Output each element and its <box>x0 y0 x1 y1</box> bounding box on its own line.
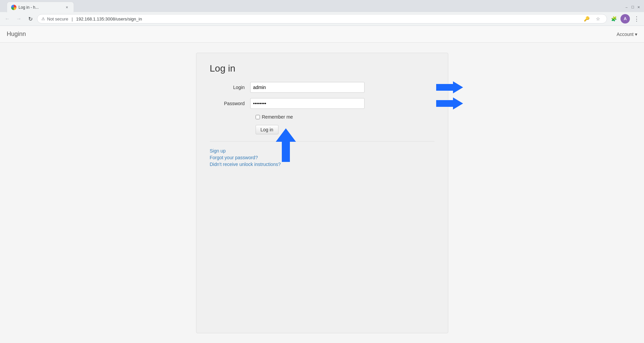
remember-me-checkbox[interactable] <box>256 115 260 119</box>
browser-chrome: Log in - h... × – ☐ ✕ ← → ↻ ⚠ Not secure… <box>0 0 644 26</box>
login-arrow-annotation <box>436 81 463 93</box>
tab-close-button[interactable]: × <box>64 5 70 10</box>
forgot-password-link[interactable]: Forgot your password? <box>210 155 434 160</box>
sign-up-link[interactable]: Sign up <box>210 148 434 154</box>
login-button[interactable]: Log in <box>256 125 278 134</box>
login-input[interactable] <box>250 82 365 93</box>
active-tab[interactable]: Log in - h... × <box>7 2 74 12</box>
forward-button[interactable]: → <box>14 14 24 24</box>
auth-links: Sign up Forgot your password? Didn't rec… <box>210 148 434 167</box>
svg-marker-0 <box>436 81 463 93</box>
back-button[interactable]: ← <box>3 14 12 24</box>
account-label: Account <box>616 32 634 37</box>
account-dropdown-icon: ▾ <box>635 32 637 37</box>
address-bar-row: ← → ↻ ⚠ Not secure | 192.168.1.135:3008/… <box>0 12 644 26</box>
app-brand[interactable]: Huginn <box>7 31 26 38</box>
login-card: Log in Login Password Remember me Lo <box>196 53 448 333</box>
key-icon: 🔑 <box>582 14 591 24</box>
password-arrow-annotation <box>436 97 463 110</box>
login-title: Log in <box>210 63 434 74</box>
app-navbar: Huginn Account ▾ <box>0 26 644 43</box>
url-separator: | <box>72 16 73 22</box>
not-secure-label: Not secure <box>47 16 68 22</box>
close-button[interactable]: ✕ <box>636 4 641 10</box>
unlock-instructions-link[interactable]: Didn't receive unlock instructions? <box>210 162 434 167</box>
password-form-group: Password <box>210 98 434 109</box>
password-label: Password <box>210 101 250 106</box>
browser-title-bar: Log in - h... × – ☐ ✕ <box>0 0 644 12</box>
address-bar[interactable]: ⚠ Not secure | 192.168.1.135:3008/users/… <box>37 14 607 24</box>
remember-me-label[interactable]: Remember me <box>262 114 293 120</box>
login-form-group: Login <box>210 82 434 93</box>
form-divider <box>210 141 434 141</box>
submit-group: Log in <box>256 125 434 134</box>
restore-button[interactable]: ☐ <box>630 4 635 10</box>
remember-me-group: Remember me <box>256 114 434 120</box>
minimize-button[interactable]: – <box>624 4 629 10</box>
security-icon: ⚠ <box>41 16 45 21</box>
extensions-button[interactable]: 🧩 <box>609 14 618 24</box>
password-input[interactable] <box>250 98 365 109</box>
app-main: Log in Login Password Remember me Lo <box>0 43 644 343</box>
profile-avatar[interactable]: A <box>620 14 630 24</box>
tab-title: Log in - h... <box>18 5 62 10</box>
account-menu[interactable]: Account ▾ <box>616 32 637 37</box>
bookmark-icon[interactable]: ☆ <box>593 14 603 24</box>
tab-favicon <box>11 5 16 10</box>
tab-bar: Log in - h... × <box>4 2 77 12</box>
reload-button[interactable]: ↻ <box>26 14 35 24</box>
chrome-menu-button[interactable]: ⋮ <box>632 14 641 24</box>
svg-marker-1 <box>436 97 463 110</box>
login-label: Login <box>210 85 250 90</box>
url-display: 192.168.1.135:3008/users/sign_in <box>76 16 580 22</box>
